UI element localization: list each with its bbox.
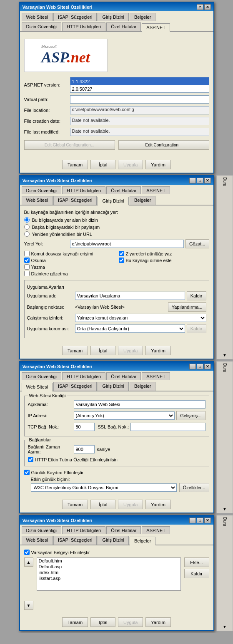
- maximize-button-4[interactable]: □: [197, 518, 203, 523]
- gelismis-button[interactable]: Gelişmiş...: [176, 411, 205, 420]
- tab-aspnet-1[interactable]: ASP.NET: [142, 23, 170, 32]
- scroll-down-3[interactable]: ▼: [223, 507, 227, 511]
- tab-giris-2[interactable]: Giriş Dizini: [98, 197, 129, 206]
- close-button-1[interactable]: ✕: [204, 4, 211, 10]
- tab-ozel-1[interactable]: Özel Hatalar: [106, 22, 141, 31]
- uygula-button-3[interactable]: Uygula: [118, 500, 143, 509]
- tcp-input[interactable]: 80: [74, 423, 95, 431]
- scroll-down-4[interactable]: ▼: [223, 624, 227, 629]
- scroll-down-2[interactable]: ▼: [223, 353, 227, 357]
- iptal-button-4[interactable]: İptal: [90, 617, 115, 627]
- tab-http-3[interactable]: HTTP Üstbilgileri: [62, 372, 105, 380]
- tamam-button-2[interactable]: Tamam: [62, 346, 88, 355]
- tab-aspnet-2[interactable]: ASP.NET: [142, 186, 170, 194]
- yapilandirma-button[interactable]: Yapılandırma...: [168, 302, 206, 312]
- uygula-button-4[interactable]: Uygula: [118, 617, 143, 627]
- yerel-yol-input[interactable]: c:\inetpub\wwwroot: [70, 240, 184, 248]
- log-dropdown[interactable]: W3C Genişletilmiş Günlük Dosyası Biçimi: [31, 483, 177, 492]
- tab-giris-4[interactable]: Giriş Dizini: [98, 536, 129, 545]
- radio-redirect[interactable]: [24, 231, 30, 237]
- check-http[interactable]: [28, 457, 33, 462]
- check-varsayilan[interactable]: [24, 550, 30, 555]
- tab-isapi-2[interactable]: ISAPI Süzgeçleri: [53, 196, 97, 205]
- tab-dizin-3[interactable]: Dizin Güvenliği: [22, 372, 61, 380]
- tab-http-4[interactable]: HTTP Üstbilgileri: [62, 526, 105, 534]
- minimize-button-3[interactable]: _: [189, 364, 196, 369]
- check-okuma[interactable]: [24, 258, 30, 263]
- yardim-button-1[interactable]: Yardım: [145, 160, 171, 169]
- move-down-button[interactable]: ▼: [24, 601, 33, 610]
- ip-select[interactable]: (Atanmış Yok): [74, 411, 175, 420]
- tab-web-4[interactable]: Web Sitesi: [22, 536, 53, 545]
- minimize-button-2[interactable]: _: [189, 178, 196, 183]
- tamam-button-1[interactable]: Tamam: [62, 160, 88, 169]
- tamam-button-3[interactable]: Tamam: [62, 500, 88, 509]
- check-ziyaret[interactable]: [119, 251, 124, 256]
- uygula-button-2[interactable]: Uygula: [118, 346, 143, 355]
- tab-dizin-4[interactable]: Dizin Güvenliği: [22, 526, 61, 534]
- ekle-button[interactable]: Ekle...: [184, 557, 209, 567]
- tab-giris-3[interactable]: Giriş Dizini: [98, 382, 129, 391]
- check-gunluk[interactable]: [24, 470, 30, 475]
- tab-belgeler-2[interactable]: Belgeler: [130, 196, 155, 205]
- radio-local[interactable]: [24, 217, 30, 223]
- uyg-adi-input[interactable]: Varsayılan Uygulama: [75, 292, 185, 300]
- yardim-button-3[interactable]: Yardım: [145, 500, 171, 509]
- check-dizin[interactable]: [24, 271, 30, 276]
- version-dropdown-wrap[interactable]: 1.1.4322 2.0.50727: [70, 77, 209, 93]
- maximize-button-3[interactable]: □: [197, 364, 203, 369]
- tab-ozel-2[interactable]: Özel Hatalar: [106, 186, 141, 194]
- close-button-4[interactable]: ✕: [204, 518, 211, 523]
- tamam-button-4[interactable]: Tamam: [62, 617, 88, 627]
- edit-global-config-button[interactable]: Edit Global Configuration...: [24, 140, 115, 150]
- yardim-button-2[interactable]: Yardım: [145, 346, 171, 355]
- yardim-button-4[interactable]: Yardım: [145, 617, 171, 627]
- check-kaynak[interactable]: [119, 258, 124, 263]
- version-option-1[interactable]: 1.1.4322: [70, 77, 209, 85]
- tab-belgeler-4[interactable]: Belgeler: [130, 537, 155, 545]
- check-komut[interactable]: [24, 251, 30, 256]
- close-button-3[interactable]: ✕: [204, 364, 211, 369]
- kaldir2-button[interactable]: Kaldır: [187, 324, 206, 333]
- tab-isapi-4[interactable]: ISAPI Süzgeçleri: [53, 536, 97, 545]
- aciklama-input[interactable]: Varsayılan Web Sitesi: [74, 400, 205, 409]
- version-dropdown[interactable]: 1.1.4322 2.0.50727: [70, 77, 209, 93]
- calistirma-select[interactable]: Yalnızca komut dosyaları: [75, 314, 206, 322]
- check-yazma[interactable]: [24, 264, 30, 270]
- zaman-input[interactable]: 900: [74, 445, 95, 453]
- edit-config-button[interactable]: Edit Configuration _: [118, 140, 209, 150]
- minimize-button-4[interactable]: _: [189, 518, 196, 523]
- doc-item-2[interactable]: index.htm: [37, 570, 180, 575]
- iptal-button-1[interactable]: İptal: [90, 160, 115, 169]
- ozellikler-button[interactable]: Özellikler...: [179, 483, 209, 492]
- tab-web-3[interactable]: Web Sitesi: [22, 383, 53, 391]
- doc-item-3[interactable]: iisstart.asp: [37, 575, 180, 581]
- doc-item-1[interactable]: Default.asp: [37, 564, 180, 570]
- kaldir-button[interactable]: Kaldır: [187, 291, 206, 300]
- tab-ozel-3[interactable]: Özel Hatalar: [106, 372, 141, 380]
- uygula-button-1[interactable]: Uygula: [118, 160, 143, 169]
- version-option-2[interactable]: 2.0.50727: [70, 85, 209, 92]
- tab-ozel-4[interactable]: Özel Hatalar: [106, 526, 141, 534]
- tab-giris-1[interactable]: Giriş Dizini: [98, 13, 129, 21]
- tab-belgeler-1[interactable]: Belgeler: [130, 13, 155, 21]
- tab-aspnet-4[interactable]: ASP.NET: [142, 526, 170, 534]
- kaldir-doc-button[interactable]: Kaldır: [184, 569, 209, 578]
- maximize-button-2[interactable]: □: [197, 178, 203, 183]
- tab-isapi-1[interactable]: ISAPI Süzgeçleri: [53, 13, 97, 21]
- tab-aspnet-3[interactable]: ASP.NET: [142, 372, 170, 380]
- ssl-input[interactable]: [130, 423, 205, 431]
- tab-http-1[interactable]: HTTP Üstbilgileri: [62, 22, 105, 31]
- iptal-button-3[interactable]: İptal: [90, 500, 115, 509]
- iptal-button-2[interactable]: İptal: [90, 346, 115, 355]
- close-button-2[interactable]: ✕: [204, 178, 211, 183]
- tab-dizin-guvenligi-2[interactable]: Dizin Güvenliği: [22, 186, 61, 194]
- gozat-button[interactable]: Gözat...: [185, 239, 209, 248]
- tab-dizin-1[interactable]: Dizin Güvenliği: [22, 22, 61, 31]
- tab-web-2[interactable]: Web Sitesi: [22, 196, 53, 205]
- tab-http-2[interactable]: HTTP Üstbilgileri: [62, 186, 105, 194]
- tab-web-sitesi-1[interactable]: Web Sitesi: [22, 13, 53, 21]
- help-button-1[interactable]: ?: [197, 4, 203, 10]
- doc-item-0[interactable]: Default.htm: [37, 558, 180, 564]
- tab-isapi-3[interactable]: ISAPI Süzgeçleri: [53, 382, 97, 391]
